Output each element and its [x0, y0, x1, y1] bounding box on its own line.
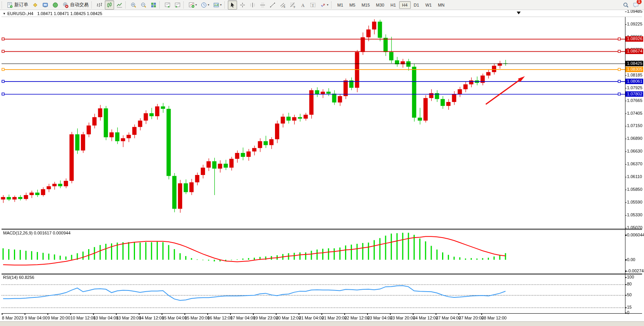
toolbar-separator — [224, 2, 226, 8]
line-chart-button[interactable] — [115, 0, 124, 10]
autotrade-icon — [62, 2, 68, 8]
dropdown-arrow-icon: ▾ — [327, 3, 328, 7]
chart-fwd-icon — [164, 2, 171, 8]
horizontal-line-button[interactable] — [258, 0, 267, 10]
toolbar-separator — [183, 2, 185, 8]
toolbar-group-zoom — [128, 0, 159, 10]
chart-ohlc-values: 1.08471 1.08471 1.08425 1.08425 — [37, 11, 102, 16]
window-bottom-edge — [0, 321, 644, 326]
main-toolbar: 新订单自动交易▾▾▾EFAT▾M1M5M15M30H1H4D1W1MN1 — [0, 0, 644, 10]
candle-icon — [106, 2, 113, 8]
channel-button[interactable]: E — [278, 0, 287, 10]
price-axis[interactable] — [625, 17, 644, 313]
timeframe-h1[interactable]: H1 — [387, 1, 399, 9]
timeframe-mn[interactable]: MN — [435, 1, 448, 9]
dropdown-arrow-icon: ▾ — [220, 3, 222, 7]
new-order-button[interactable]: 新订单 — [5, 0, 30, 10]
bar-chart-icon — [96, 2, 102, 8]
zoom-in-button[interactable] — [129, 0, 138, 10]
candle-chart-button[interactable] — [105, 0, 114, 10]
timeframe-m5[interactable]: M5 — [346, 1, 358, 9]
diamond-icon — [32, 2, 38, 8]
periods-button[interactable]: ▾ — [199, 0, 211, 10]
text-button[interactable]: A — [298, 0, 307, 10]
fibonacci-button[interactable]: F — [288, 0, 297, 10]
chart-title-bar[interactable]: ▼ EURUSD-,H4 1.08471 1.08471 1.08425 1.0… — [1, 10, 102, 17]
zoom-out-icon — [140, 2, 147, 8]
toolbar-separator — [159, 2, 161, 8]
text-label-icon: T — [310, 2, 316, 8]
dropdown-arrow-icon: ▾ — [195, 3, 197, 7]
toolbar-group-insert: ▾▾▾ — [186, 0, 224, 10]
macd-panel[interactable] — [2, 230, 625, 273]
shapes-icon — [320, 2, 326, 8]
zoom-out-button[interactable] — [139, 0, 148, 10]
doc-plus-icon — [7, 2, 13, 8]
notification-badge: 1 — [637, 0, 642, 4]
tile-windows-button[interactable] — [149, 0, 158, 10]
trendline-button[interactable] — [268, 0, 277, 10]
cursor-icon — [229, 2, 236, 8]
time-axis[interactable] — [2, 314, 625, 321]
tile-icon — [150, 2, 157, 8]
toolbar-group-trade: 新订单自动交易 — [5, 0, 91, 10]
main-chart-panel[interactable] — [2, 17, 625, 229]
text-a-icon: A — [300, 2, 306, 8]
toolbar-group-chart-type — [94, 0, 125, 10]
dropdown-arrow-icon: ▾ — [208, 3, 209, 7]
timeframe-m1[interactable]: M1 — [334, 1, 346, 9]
chart-symbol-period: EURUSD-,H4 — [7, 11, 33, 16]
auto-trading-button-label: 自动交易 — [70, 2, 89, 8]
market-watch-button[interactable] — [31, 0, 40, 10]
template-icon — [213, 2, 219, 8]
new-order-button-label: 新订单 — [14, 2, 28, 8]
auto-trading-button[interactable]: 自动交易 — [61, 0, 90, 10]
cursor-button[interactable] — [228, 0, 237, 10]
indicator-add-icon — [188, 2, 195, 8]
templates-button[interactable]: ▾ — [212, 0, 223, 10]
globe-icon — [52, 2, 58, 8]
toolbar-separator — [91, 2, 93, 8]
vertical-line-button[interactable] — [248, 0, 257, 10]
crosshair-button[interactable] — [238, 0, 247, 10]
toolbar-group-arrange — [162, 0, 183, 10]
timeframe-h4[interactable]: H4 — [399, 1, 411, 9]
rsi-indicator-label: RSI(14) 60.8256 — [3, 275, 34, 280]
chart-back-button[interactable] — [173, 0, 182, 10]
crosshair-icon — [239, 2, 246, 8]
fibonacci-icon: F — [290, 2, 296, 8]
zoom-in-icon — [130, 2, 137, 8]
clock-icon — [201, 2, 207, 8]
toolbar-group-draw: EFAT▾ — [227, 0, 330, 10]
line-chart-icon — [116, 2, 123, 8]
timeframe-d1[interactable]: D1 — [411, 1, 422, 9]
macd-indicator-label: MACD(12,26,9) 0.001617 0.000944 — [3, 231, 70, 235]
symbol-dropdown-icon[interactable]: ▼ — [3, 12, 6, 15]
timeframe-m30[interactable]: M30 — [373, 1, 387, 9]
screen-icon — [42, 2, 48, 8]
rsi-panel[interactable] — [2, 274, 625, 313]
notifications-button[interactable]: 1 — [631, 0, 641, 10]
timeframe-w1[interactable]: W1 — [422, 1, 435, 9]
data-window-button[interactable] — [41, 0, 50, 10]
svg-text:E: E — [284, 5, 286, 8]
search-button[interactable] — [621, 0, 630, 10]
text-label-button[interactable]: T — [308, 0, 318, 10]
timeframe-m15[interactable]: M15 — [359, 1, 373, 9]
mt4-window: 新订单自动交易▾▾▾EFAT▾M1M5M15M30H1H4D1W1MN1 ▼ E… — [0, 0, 644, 326]
timeframe-toolbar: M1M5M15M30H1H4D1W1MN — [334, 0, 448, 10]
shapes-button[interactable]: ▾ — [318, 0, 330, 10]
trendline-icon — [270, 2, 276, 8]
toolbar-separator — [125, 2, 127, 8]
svg-text:F: F — [294, 5, 296, 8]
hline-icon — [260, 2, 266, 8]
indicators-button[interactable]: ▾ — [187, 0, 198, 10]
vline-icon — [249, 2, 256, 8]
search-icon — [623, 2, 629, 8]
svg-text:T: T — [312, 3, 314, 7]
channel-icon: E — [280, 2, 286, 8]
bar-chart-button[interactable] — [95, 0, 104, 10]
chart-forward-button[interactable] — [163, 0, 172, 10]
navigator-button[interactable] — [51, 0, 60, 10]
toolbar-separator — [2, 2, 3, 8]
